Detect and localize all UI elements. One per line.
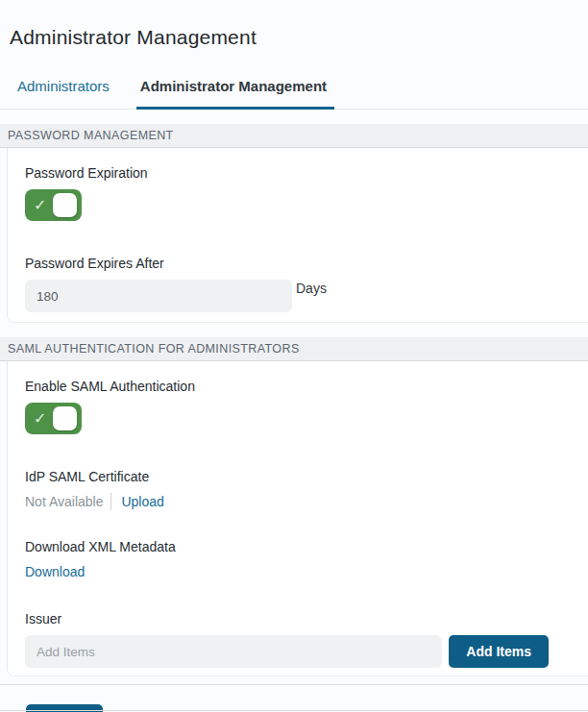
password-expiration-toggle[interactable]: ✓ [25,189,82,221]
enable-saml-label: Enable SAML Authentication [25,379,588,394]
toggle-knob [53,406,77,430]
issuer-label: Issuer [25,611,588,626]
password-expires-after-input[interactable] [25,280,292,312]
upload-link[interactable]: Upload [121,494,163,509]
section-header-password-management: PASSWORD MANAGEMENT [0,124,588,148]
page-title: Administrator Management [0,0,588,49]
password-expiration-label: Password Expiration [25,165,588,181]
saml-authentication-section: Enable SAML Authentication ✓ IdP SAML Ce… [7,361,588,676]
check-icon: ✓ [34,409,46,428]
download-link[interactable]: Download [25,564,85,579]
password-management-section: Password Expiration ✓ Password Expires A… [7,148,588,323]
tab-administrator-management[interactable]: Administrator Management [136,72,334,110]
tab-administrators[interactable]: Administrators [15,72,111,110]
tab-bar: Administrators Administrator Management [0,72,588,110]
password-expires-after-label: Password Expires After [25,256,588,271]
section-header-saml-authentication: SAML AUTHENTICATION FOR ADMINISTRATORS [0,337,588,361]
bottom-border [0,710,588,711]
check-icon: ✓ [34,196,46,214]
toggle-knob [53,193,77,217]
enable-saml-toggle[interactable]: ✓ [25,403,82,434]
idp-saml-certificate-label: IdP SAML Certificate [25,469,588,484]
certificate-status: Not Available [25,494,103,509]
issuer-input[interactable] [25,635,442,668]
footer-actions: Save Cancel [0,685,588,712]
download-xml-metadata-label: Download XML Metadata [25,539,588,554]
vertical-divider [110,493,111,510]
add-items-button[interactable]: Add Items [449,635,549,668]
days-unit-label: Days [296,281,327,296]
